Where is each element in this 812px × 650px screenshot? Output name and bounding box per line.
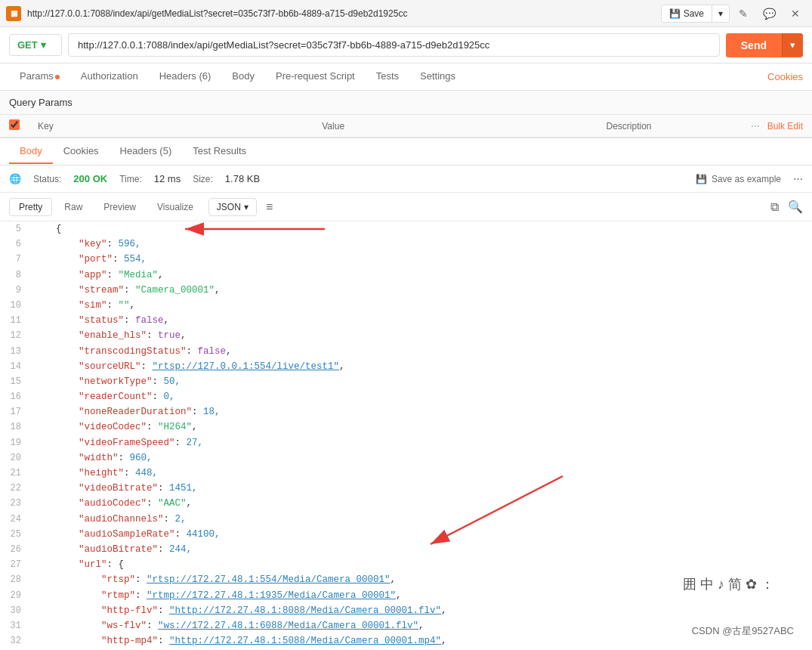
view-tab-raw[interactable]: Raw xyxy=(55,199,91,215)
save-button[interactable]: 💾 Save xyxy=(662,5,712,22)
line-number: 8 xyxy=(6,268,33,283)
line-content: "status": false, xyxy=(33,313,806,328)
response-tabs: Body Cookies Headers (5) Test Results xyxy=(0,138,812,166)
json-line: 15 "networkType": 50, xyxy=(0,374,812,389)
save-dropdown-button[interactable]: ▾ xyxy=(712,5,729,22)
line-content: "noneReaderDuration": 18, xyxy=(33,404,806,419)
line-content: "audioSampleRate": 44100, xyxy=(33,527,806,542)
response-tab-body[interactable]: Body xyxy=(9,139,53,164)
json-line: 5 { xyxy=(0,221,812,237)
params-dot xyxy=(55,75,60,79)
response-status-bar: 🌐 Status: 200 OK Time: 12 ms Size: 1.78 … xyxy=(0,166,812,193)
method-select[interactable]: GET ▾ xyxy=(9,34,62,56)
line-number: 30 xyxy=(6,603,33,618)
params-select-all-checkbox[interactable] xyxy=(9,119,20,130)
line-number: 12 xyxy=(6,328,33,343)
line-number: 15 xyxy=(6,374,33,389)
json-line: 19 "videoFrameSpeed": 27, xyxy=(0,435,812,450)
json-line: 7 "port": 554, xyxy=(0,252,812,267)
params-key-header: Key xyxy=(29,115,313,138)
edit-icon-button[interactable]: ✎ xyxy=(733,5,754,23)
line-content: "transcodingStatus": false, xyxy=(33,344,806,359)
json-line: 8 "app": "Media", xyxy=(0,268,812,283)
filter-icon[interactable]: ≡ xyxy=(266,200,273,214)
line-number: 18 xyxy=(6,419,33,435)
app-icon-text: ▦ xyxy=(11,9,17,17)
params-check-col xyxy=(0,115,29,138)
line-number: 17 xyxy=(6,404,33,419)
json-line: 23 "audioCodec": "AAC", xyxy=(0,496,812,511)
tab-pre-request-script[interactable]: Pre-request Script xyxy=(265,64,366,89)
cookies-link[interactable]: Cookies xyxy=(767,71,803,82)
line-number: 19 xyxy=(6,435,33,450)
params-table: Key Value Description ⋯ Bulk Edit xyxy=(0,115,812,138)
json-line: 30 "http-flv": "http://172.27.48.1:8088/… xyxy=(0,603,812,618)
time-label: Time: xyxy=(119,174,142,184)
line-number: 28 xyxy=(6,572,33,587)
query-params-title: Query Params xyxy=(9,97,73,108)
line-content: "videoCodec": "H264", xyxy=(33,419,806,435)
line-content: "videoFrameSpeed": 27, xyxy=(33,435,806,450)
method-chevron-icon: ▾ xyxy=(41,39,46,51)
format-label: JSON xyxy=(217,202,241,212)
line-number: 9 xyxy=(6,283,33,298)
line-number: 7 xyxy=(6,252,33,267)
time-value: 12 ms xyxy=(154,173,181,184)
json-line: 9 "stream": "Camera_00001", xyxy=(0,283,812,298)
response-tab-headers[interactable]: Headers (5) xyxy=(110,139,183,164)
json-line: 16 "readerCount": 0, xyxy=(0,389,812,404)
tab-params[interactable]: Params xyxy=(9,64,70,89)
tab-settings[interactable]: Settings xyxy=(409,64,466,89)
line-content: "url": { xyxy=(33,557,806,572)
view-tab-visualize[interactable]: Visualize xyxy=(148,199,202,215)
status-label: Status: xyxy=(33,174,61,184)
save-label: Save xyxy=(684,8,704,19)
toolbar-text: 囲 中 ♪ 简 ✿ ： xyxy=(683,575,774,593)
json-line: 13 "transcodingStatus": false, xyxy=(0,344,812,359)
params-value-header: Value xyxy=(313,115,597,138)
tab-headers[interactable]: Headers (6) xyxy=(149,64,222,89)
query-params-header: Query Params xyxy=(0,91,812,115)
format-chevron-icon: ▾ xyxy=(244,202,249,212)
globe-icon: 🌐 xyxy=(9,173,21,184)
line-number: 22 xyxy=(6,481,33,496)
tab-body[interactable]: Body xyxy=(221,64,265,89)
send-split-button[interactable]: ▾ xyxy=(782,33,803,57)
method-label: GET xyxy=(17,39,38,51)
bulk-edit-button[interactable]: Bulk Edit xyxy=(767,121,803,132)
title-bar-url: http://127.0.0.1:7088/index/api/getMedia… xyxy=(27,8,655,19)
line-number: 31 xyxy=(6,618,33,633)
save-icon: 💾 xyxy=(669,8,681,19)
search-button[interactable]: 🔍 xyxy=(788,200,803,214)
line-number: 20 xyxy=(6,450,33,466)
size-label: Size: xyxy=(193,174,213,184)
line-number: 25 xyxy=(6,527,33,542)
comment-icon-button[interactable]: 💬 xyxy=(757,5,782,23)
line-number: 10 xyxy=(6,298,33,313)
response-tab-cookies[interactable]: Cookies xyxy=(53,139,110,164)
line-number: 11 xyxy=(6,313,33,328)
json-line: 10 "sim": "", xyxy=(0,298,812,313)
json-line: 11 "status": false, xyxy=(0,313,812,328)
line-content: "stream": "Camera_00001", xyxy=(33,283,806,298)
view-tab-preview[interactable]: Preview xyxy=(94,199,145,215)
tab-authorization[interactable]: Authorization xyxy=(70,64,149,89)
json-line: 26 "audioBitrate": 244, xyxy=(0,542,812,557)
json-line: 14 "sourceURL": "rtsp://127.0.0.1:554/li… xyxy=(0,359,812,374)
save-example-icon: 💾 xyxy=(696,174,707,184)
close-button[interactable]: ✕ xyxy=(785,5,806,23)
copy-button[interactable]: ⧉ xyxy=(770,200,779,214)
params-more-icon: ⋯ xyxy=(751,121,760,132)
tab-tests[interactable]: Tests xyxy=(366,64,409,89)
url-input[interactable] xyxy=(68,33,720,57)
json-line: 24 "audioChannels": 2, xyxy=(0,512,812,527)
more-options-button[interactable]: ⋯ xyxy=(793,173,803,184)
json-line: 22 "videoBitrate": 1451, xyxy=(0,481,812,496)
format-select[interactable]: JSON ▾ xyxy=(208,198,257,216)
json-line: 18 "videoCodec": "H264", xyxy=(0,419,812,435)
save-example-button[interactable]: 💾 Save as example xyxy=(696,174,781,184)
view-tab-pretty[interactable]: Pretty xyxy=(9,198,52,216)
response-tab-test-results[interactable]: Test Results xyxy=(182,139,257,164)
title-bar: ▦ http://127.0.0.1:7088/index/api/getMed… xyxy=(0,0,812,27)
send-main-button[interactable]: Send xyxy=(726,33,782,57)
